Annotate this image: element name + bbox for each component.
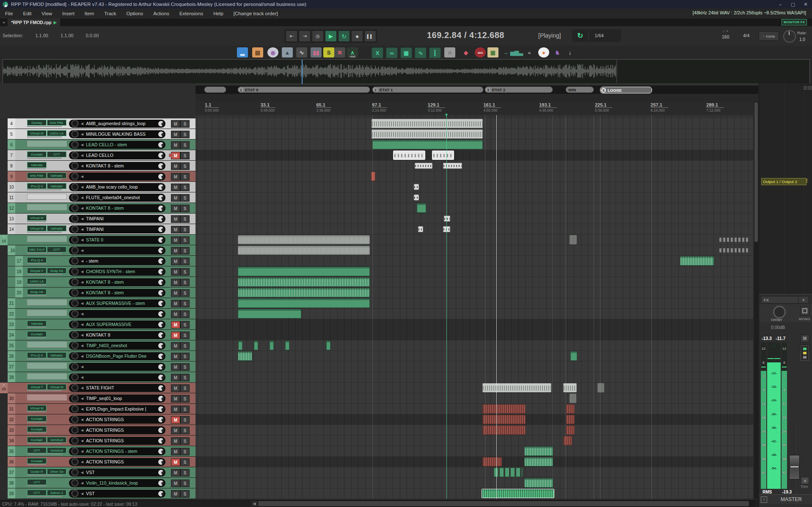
track-name[interactable]: LEAD CELLO - stem bbox=[86, 142, 158, 147]
track-name-capsule[interactable]: ◀LEAD CELLO - stem bbox=[69, 141, 165, 149]
project-overview-strip[interactable] bbox=[3, 59, 810, 84]
record-arm-button[interactable] bbox=[71, 194, 79, 201]
record-arm-button[interactable] bbox=[71, 236, 79, 244]
media-item[interactable] bbox=[418, 226, 423, 232]
selection-start[interactable]: 1.1.00 bbox=[35, 33, 48, 38]
track-name-capsule[interactable]: ◀VST bbox=[69, 490, 165, 498]
project-notes-icon[interactable]: ▤ bbox=[252, 47, 263, 58]
mute-button[interactable]: M bbox=[171, 268, 180, 276]
fx-chip[interactable]: Pro-Q 4 bbox=[27, 352, 47, 358]
fx-slot-empty[interactable] bbox=[27, 204, 67, 210]
media-item[interactable] bbox=[414, 195, 419, 200]
fx-chip[interactable]: Kontakt bbox=[27, 458, 47, 464]
envelope-link-toggle-icon[interactable]: ∿ bbox=[415, 47, 427, 58]
track-name-capsule[interactable]: ◀VST bbox=[69, 469, 165, 477]
selection-readout[interactable]: Selection: 1.1.00 1.1.00 0.0.00 bbox=[3, 33, 110, 38]
mute-button[interactable]: M bbox=[171, 300, 180, 307]
solo-button[interactable]: S bbox=[180, 236, 190, 244]
map-icon[interactable]: ▦ bbox=[487, 47, 498, 58]
record-arm-button[interactable] bbox=[71, 331, 79, 339]
track-name-capsule[interactable]: ◀KONTAKT 8 - stem bbox=[69, 278, 165, 286]
menu-item-item[interactable]: Item bbox=[80, 11, 99, 16]
media-item[interactable] bbox=[432, 151, 454, 160]
mute-button[interactable]: M bbox=[171, 427, 180, 434]
track-name[interactable]: - stem bbox=[86, 258, 158, 263]
fx-slot-empty[interactable] bbox=[27, 310, 67, 316]
marker-etat-1[interactable]: 2ETAT 1 bbox=[372, 87, 483, 93]
track-pan-knob[interactable] bbox=[158, 237, 164, 243]
track-name[interactable]: MINILOGUE WALKING BASS bbox=[86, 132, 158, 137]
go-to-end-button[interactable]: ⇥ bbox=[299, 30, 311, 42]
fx-chip[interactable]: Virtual M bbox=[27, 215, 47, 221]
scrollbar-handle[interactable] bbox=[258, 501, 749, 506]
track-name[interactable]: KONTAKT 8 - stem bbox=[86, 206, 158, 211]
track-name-capsule[interactable]: ◀KONTAKT 8 - stem bbox=[69, 204, 165, 212]
track-pan-knob[interactable] bbox=[158, 227, 164, 232]
bpm-display[interactable]: ♩= 160 bbox=[722, 29, 729, 39]
track-number[interactable]: 28 bbox=[8, 372, 15, 382]
solo-button[interactable]: S bbox=[180, 406, 190, 413]
track-number[interactable]: 24 bbox=[8, 330, 15, 340]
master-mute-button[interactable]: M bbox=[800, 334, 809, 343]
solo-button[interactable]: S bbox=[180, 279, 190, 286]
track-pan-knob[interactable] bbox=[158, 301, 164, 306]
media-item[interactable] bbox=[238, 299, 370, 308]
selection-length[interactable]: 0.0.00 bbox=[86, 33, 99, 38]
mute-button[interactable]: M bbox=[171, 131, 180, 138]
record-arm-button[interactable] bbox=[71, 247, 79, 254]
media-item[interactable] bbox=[238, 246, 370, 255]
solo-button[interactable]: S bbox=[180, 173, 190, 181]
record-button[interactable]: ◎ bbox=[312, 30, 324, 42]
mute-button[interactable]: M bbox=[171, 458, 180, 466]
edit-cursor-marker[interactable]: ▼ bbox=[444, 112, 449, 117]
track-name[interactable]: AUX SUPERMASSIVE bbox=[86, 322, 158, 327]
track-name-capsule[interactable]: ◀ bbox=[69, 247, 165, 255]
fx-slot-empty[interactable] bbox=[27, 299, 67, 305]
track-name-capsule[interactable]: ◀AUX SUPERMASSIVE bbox=[69, 321, 165, 329]
mute-button[interactable]: M bbox=[171, 162, 180, 170]
track-name[interactable]: LEAD CELLO bbox=[86, 153, 158, 158]
solo-button[interactable]: S bbox=[180, 226, 190, 233]
media-item[interactable] bbox=[482, 489, 554, 498]
solo-button[interactable]: S bbox=[180, 480, 190, 487]
fx-chip[interactable]: OTT bbox=[47, 247, 66, 252]
media-item[interactable] bbox=[680, 256, 714, 266]
loop-button[interactable]: ↻ bbox=[338, 30, 350, 42]
mute-button[interactable]: M bbox=[171, 437, 180, 445]
fx-chip[interactable]: Virtual M bbox=[27, 405, 47, 411]
media-item[interactable] bbox=[563, 383, 577, 392]
fx-chip[interactable]: UADx LA bbox=[47, 130, 66, 136]
add-tab-button[interactable]: + bbox=[0, 20, 8, 25]
record-arm-button[interactable] bbox=[71, 225, 79, 233]
master-volume-value[interactable]: 0.00dB bbox=[771, 325, 785, 330]
track-name-capsule[interactable]: ◀LEAD CELLO bbox=[69, 151, 165, 159]
record-arm-button[interactable] bbox=[71, 204, 79, 212]
track-number[interactable]: 5 bbox=[8, 129, 15, 139]
metronome-icon[interactable]: ▲ bbox=[282, 47, 293, 58]
track-pan-knob[interactable] bbox=[158, 206, 164, 211]
selection-end[interactable]: 1.1.00 bbox=[61, 33, 74, 38]
track-name-capsule[interactable]: ◀CHORDS SYNTH - stem bbox=[69, 268, 165, 276]
solo-icon[interactable]: S bbox=[323, 47, 334, 58]
menu-item-file[interactable]: File bbox=[0, 11, 18, 16]
envelope-mode-box[interactable]: ⌁ none bbox=[759, 31, 779, 41]
mute-button[interactable]: M bbox=[171, 353, 180, 360]
record-arm-button[interactable] bbox=[71, 395, 79, 402]
media-item[interactable] bbox=[482, 383, 551, 392]
track-pan-knob[interactable] bbox=[158, 438, 164, 444]
master-fx-button[interactable]: FX bbox=[761, 296, 800, 304]
track-name[interactable]: ACTION STRINGS bbox=[86, 438, 158, 443]
track-pan-knob[interactable] bbox=[158, 322, 164, 327]
snap-toggle-icon[interactable]: ┇ bbox=[429, 47, 441, 58]
track-pan-knob[interactable] bbox=[158, 343, 164, 348]
track-name-capsule[interactable]: ◀TIMP_hit03_oneshot bbox=[69, 342, 165, 350]
reposition-icon[interactable]: → bbox=[500, 47, 511, 58]
record-arm-button[interactable] bbox=[71, 162, 79, 170]
fx-chip[interactable]: VBC FG-F bbox=[27, 247, 47, 252]
track-pan-knob[interactable] bbox=[158, 290, 164, 296]
mute-button[interactable]: M bbox=[171, 279, 180, 286]
track-name-capsule[interactable]: ◀KONTAKT 8 bbox=[69, 331, 165, 339]
record-arm-button[interactable] bbox=[71, 215, 79, 222]
track-name-capsule[interactable]: ◀MINILOGUE WALKING BASS bbox=[69, 130, 165, 138]
mute-button[interactable]: M bbox=[171, 141, 180, 149]
